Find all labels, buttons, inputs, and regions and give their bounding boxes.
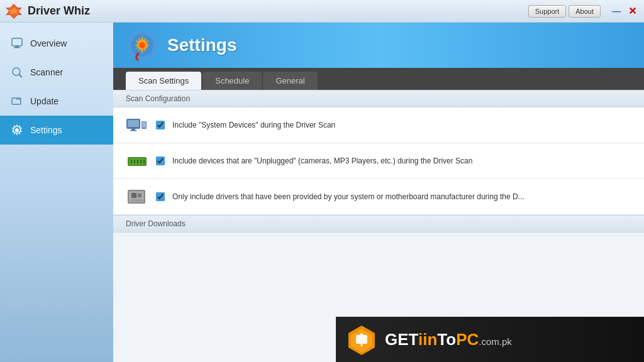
include-unplugged-checkbox[interactable] [156, 156, 165, 165]
close-button[interactable]: ✕ [626, 5, 639, 17]
svg-rect-16 [128, 120, 139, 127]
watermark-logo-icon [346, 324, 377, 355]
page-header: Settings [113, 23, 644, 68]
update-icon [10, 94, 24, 108]
motherboard-icon [126, 185, 148, 208]
content-area: Settings Scan Settings Schedule General … [113, 23, 644, 362]
list-item: Include "System Devices" during the Driv… [113, 107, 644, 143]
svg-rect-32 [131, 199, 143, 201]
scan-configuration-header: Scan Configuration [113, 90, 644, 107]
app-logo-icon [5, 3, 23, 20]
svg-rect-20 [142, 122, 146, 128]
tabs-container: Scan Settings Schedule General [113, 68, 644, 90]
system-device-icon [126, 114, 148, 136]
title-bar-left: Driver Whiz [5, 3, 90, 20]
sidebar-item-overview[interactable]: Overview [0, 29, 113, 58]
app-title: Driver Whiz [28, 4, 90, 18]
include-system-devices-checkbox[interactable] [156, 121, 165, 129]
include-unplugged-label: Include devices that are "Unplugged" (ca… [172, 156, 472, 165]
window-controls: — ✕ [609, 5, 639, 17]
page-title: Settings [167, 35, 236, 55]
svg-line-7 [19, 74, 22, 77]
svg-rect-4 [15, 46, 19, 47]
svg-rect-18 [130, 130, 136, 131]
list-item: Only include drivers that have been prov… [113, 179, 644, 215]
minimize-button[interactable]: — [609, 6, 623, 16]
svg-rect-5 [14, 47, 20, 48]
driver-downloads-header: Driver Downloads [113, 215, 644, 233]
sidebar-item-scanner[interactable]: Scanner [0, 58, 113, 87]
include-system-devices-label: Include "System Devices" during the Driv… [172, 121, 335, 129]
monitor-icon [10, 36, 24, 50]
only-system-motherboard-label: Only include drivers that have been prov… [172, 192, 525, 201]
main-layout: Overview Scanner Update [0, 23, 644, 362]
scanner-icon [10, 65, 24, 79]
svg-rect-30 [131, 193, 136, 198]
tab-schedule[interactable]: Schedule [203, 72, 262, 90]
settings-header-icon [126, 29, 158, 62]
svg-point-12 [139, 42, 145, 48]
sidebar-item-update[interactable]: Update [0, 87, 113, 116]
about-button[interactable]: About [569, 5, 601, 18]
sidebar-label-scanner: Scanner [30, 67, 63, 77]
sidebar-label-settings: Settings [30, 125, 62, 135]
title-bar: Driver Whiz Support About — ✕ [0, 0, 644, 23]
tab-general[interactable]: General [263, 72, 317, 90]
sidebar-label-overview: Overview [30, 38, 67, 48]
watermark-domain: .com.pk [479, 336, 512, 347]
sidebar-item-settings[interactable]: Settings [0, 116, 113, 145]
watermark-banner: GETiinToPC.com.pk [336, 317, 644, 362]
settings-active-icon [10, 123, 24, 137]
sidebar-label-update: Update [30, 96, 58, 106]
list-item: Include devices that are "Unplugged" (ca… [113, 143, 644, 179]
title-bar-right: Support About — ✕ [528, 5, 639, 18]
support-button[interactable]: Support [528, 5, 567, 18]
unplugged-device-icon [126, 150, 148, 172]
svg-rect-17 [131, 129, 135, 130]
only-system-motherboard-checkbox[interactable] [156, 192, 165, 201]
svg-point-9 [15, 128, 19, 132]
svg-rect-3 [12, 38, 22, 46]
sidebar: Overview Scanner Update [0, 23, 113, 362]
watermark-text: GETiinToPC.com.pk [385, 330, 512, 349]
svg-rect-31 [138, 194, 142, 197]
tab-scan-settings[interactable]: Scan Settings [126, 72, 201, 90]
